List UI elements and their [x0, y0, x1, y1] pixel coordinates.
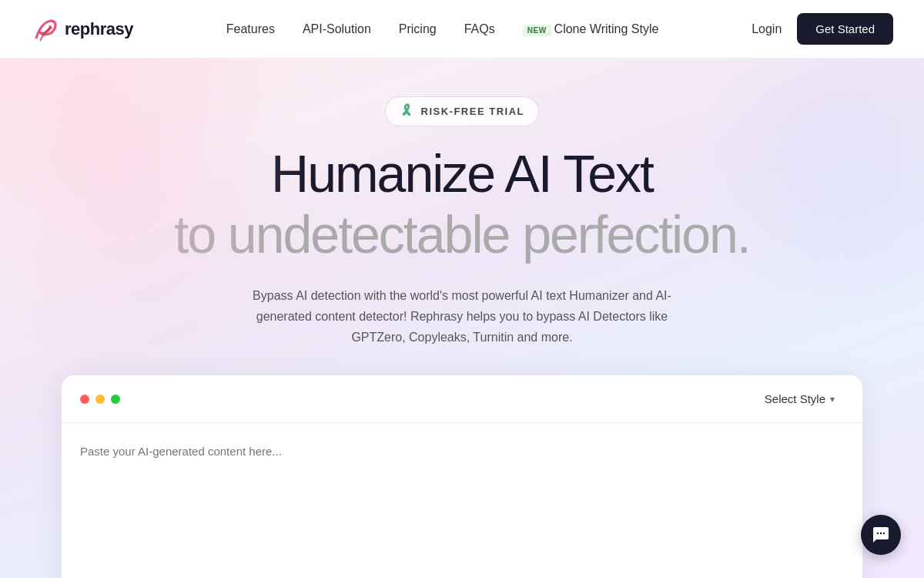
select-style-button[interactable]: Select Style ▾: [755, 388, 844, 410]
nav-features[interactable]: Features: [226, 22, 275, 36]
main-headline: Humanize AI Text: [271, 145, 653, 203]
chat-icon: [872, 526, 890, 544]
chat-button[interactable]: [861, 515, 901, 555]
new-badge: NEW: [523, 25, 551, 36]
hero-section: 🎗 RISK-FREE TRIAL Humanize AI Text to un…: [0, 58, 924, 578]
svg-point-2: [883, 533, 885, 534]
ribbon-icon: 🎗: [400, 103, 415, 119]
nav-links: Features API-Solution Pricing FAQs NEWCl…: [226, 22, 659, 36]
logo-link[interactable]: rephrasy: [31, 15, 133, 43]
window-minimize-dot: [95, 395, 105, 404]
editor-body[interactable]: [62, 423, 862, 578]
svg-point-0: [877, 533, 879, 534]
content-input[interactable]: [80, 445, 844, 578]
editor-card: Select Style ▾: [62, 375, 862, 578]
navbar: rephrasy Features API-Solution Pricing F…: [0, 0, 924, 58]
login-link[interactable]: Login: [752, 22, 782, 36]
get-started-button[interactable]: Get Started: [797, 13, 893, 45]
hero-description: Bypass AI detection with the world's mos…: [239, 285, 685, 348]
risk-free-badge: 🎗 RISK-FREE TRIAL: [385, 96, 539, 126]
nav-faqs[interactable]: FAQs: [464, 22, 495, 36]
editor-window-controls: [80, 395, 120, 404]
chevron-down-icon: ▾: [830, 394, 835, 405]
logo-text: rephrasy: [65, 19, 133, 39]
nav-clone-writing-style[interactable]: NEWClone Writing Style: [523, 22, 659, 36]
headline-sub: to undetectable perfection.: [174, 206, 749, 264]
nav-api-solution[interactable]: API-Solution: [303, 22, 371, 36]
window-close-dot: [80, 395, 89, 404]
window-expand-dot: [111, 395, 120, 404]
logo-icon: [31, 15, 59, 43]
nav-pricing[interactable]: Pricing: [399, 22, 437, 36]
editor-toolbar: Select Style ▾: [62, 375, 862, 423]
badge-text: RISK-FREE TRIAL: [421, 106, 524, 117]
svg-point-1: [880, 533, 882, 534]
nav-actions: Login Get Started: [752, 13, 893, 45]
select-style-label: Select Style: [765, 392, 825, 405]
